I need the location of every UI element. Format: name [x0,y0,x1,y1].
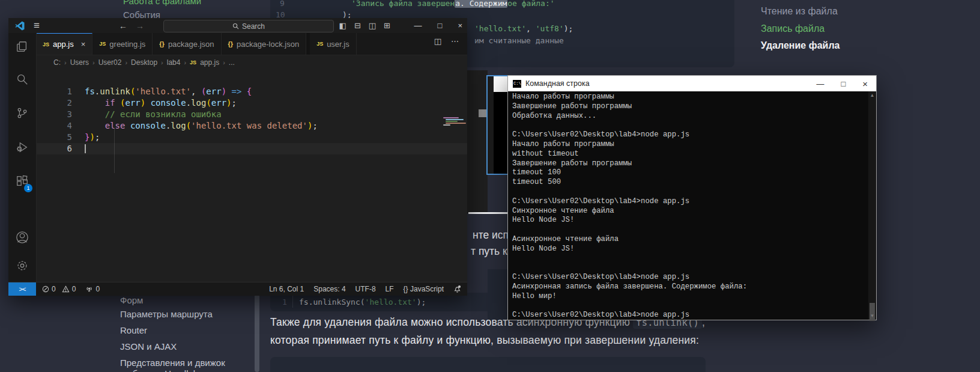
search-sidebar-icon[interactable] [8,70,36,88]
settings-gear-icon[interactable] [8,257,36,275]
text-fragment: т путь к [471,245,507,258]
indentation[interactable]: Spaces: 4 [313,285,345,293]
tab-close-icon[interactable]: × [81,40,86,49]
layout-icon[interactable]: ◫ [369,21,376,30]
sidebar-item-6[interactable]: шаблонов Handlebars [120,368,211,372]
search-placeholder: Search [242,22,265,31]
sidebar-scrollbar[interactable] [255,293,259,372]
cmd-title: Командная строка [525,79,590,88]
remote-indicator[interactable]: >< [8,282,36,296]
tab-package.json[interactable]: {}package.json [153,33,221,55]
breadcrumb[interactable]: C:›Users›User02›Desktop›lab4›JSapp.js›..… [53,56,235,69]
ports-indicator[interactable]: 0 [85,285,100,293]
tab-package-lock.json[interactable]: {}package-lock.json [222,33,307,55]
cmd-icon: C:\ [513,80,521,88]
code-block-bottom [270,357,706,372]
code-line-2[interactable]: 2 if (err) console.log(err); [36,97,467,109]
cmd-window-controls: — □ × [816,79,868,89]
code-line-3[interactable]: 3 // если возникла ошибка [36,109,467,120]
code-line-4[interactable]: 4 else console.log('hello.txt was delete… [36,120,467,132]
extensions-icon[interactable]: 1 [8,172,36,191]
code-text: if (err) console.log(err); [85,97,237,109]
tab-label: package.json [168,40,214,49]
toc-item-3[interactable]: Удаление файла [761,40,840,51]
maximize-button[interactable]: □ [841,79,845,88]
back-arrow-icon[interactable]: ← [119,21,127,31]
code-line-6[interactable]: 6 [36,143,467,154]
breadcrumb-item[interactable]: app.js [200,58,219,67]
tab-label: package-lock.json [237,40,299,49]
code-line: fs.unlinkSync('hello.txt'); [299,297,426,306]
tab-greeting.js[interactable]: JSgreeting.js [92,33,153,55]
file-type-icon: JS [316,41,323,47]
embedded-terminal-image [486,75,510,175]
explorer-icon[interactable] [8,38,36,56]
breadcrumb-item[interactable]: Desktop [131,58,157,67]
code-text: }); [85,132,100,143]
breadcrumb-item[interactable]: ... [229,58,235,67]
tab-app.js[interactable]: JSapp.js× [36,33,92,55]
close-button[interactable]: × [458,21,462,30]
encoding[interactable]: UTF-8 [355,285,376,293]
tab-actions: ◫⋯ [434,37,459,46]
code-string: ое файла:' [507,0,554,8]
code-string: 'utf8' [536,24,564,33]
divider-line [468,212,507,214]
error-icon [42,285,49,293]
sidebar-item-5[interactable]: Представления и движок [120,358,225,368]
breadcrumb-item[interactable]: C: [53,58,61,67]
file-type-icon: {} [159,40,165,47]
sidebar-item-3[interactable]: Router [120,325,147,335]
run-debug-icon[interactable] [8,138,36,156]
source-control-icon[interactable] [8,104,36,122]
breadcrumb-item[interactable]: User02 [98,58,122,67]
radio-tower-icon [85,285,93,293]
toc-item-2[interactable]: Запись файла [761,23,824,34]
problems-indicator[interactable]: 0 0 [42,285,76,293]
minimize-button[interactable]: — [816,79,824,88]
layout-icon[interactable]: ◧ [339,21,346,30]
line-number: 5 [50,132,72,143]
braces-icon: {} [404,285,408,293]
breadcrumb-item[interactable]: Users [70,58,89,67]
scroll-down-icon[interactable]: ▼ [868,312,876,320]
toc-item-1[interactable]: Чтение из файла [761,6,838,17]
sidebar-link-work-with-files[interactable]: Работа с файлами [123,0,201,6]
minimize-button[interactable]: — [414,21,422,30]
sidebar-item-1[interactable]: Форм [120,295,143,305]
layout-icon[interactable]: ⊟ [354,21,361,30]
vscode-titlebar[interactable]: ≡ ← → Search ◧⊟◫⊞ —□× [8,18,467,33]
ports-count: 0 [95,285,100,293]
code-string: 'Запись файла завершен [351,0,455,8]
cmd-titlebar[interactable]: C:\ Командная строка — □ × [508,76,876,91]
tab-action-icon[interactable]: ⋯ [451,37,459,46]
language-mode[interactable]: {} JavaScript [404,285,444,293]
close-button[interactable]: × [862,79,868,89]
eol[interactable]: LF [386,285,394,293]
code-line-5[interactable]: 5}); [36,132,467,143]
bell-icon[interactable] [453,285,461,293]
tab-action-icon[interactable]: ◫ [434,37,441,46]
editor[interactable]: 1fs.unlink('hello.txt', (err) => {2 if (… [36,67,467,282]
cmd-scrollbar[interactable]: ▲ ▼ [868,91,876,320]
code-text: fs.unlink('hello.txt', (err) => { [85,86,252,97]
account-icon[interactable] [8,228,36,246]
vscode-logo-icon [14,20,25,31]
line-number: 4 [50,120,72,132]
scrollbar-thumb[interactable] [479,109,486,117]
sidebar-item-2[interactable]: Параметры маршрута [120,309,213,319]
layout-icon[interactable]: ⊞ [384,21,390,30]
sidebar-item-4[interactable]: JSON и AJAX [120,341,177,352]
maximize-button[interactable]: □ [438,21,443,30]
scroll-up-icon[interactable]: ▲ [868,91,876,99]
cmd-output-area[interactable]: Начало работы программы Завершение работ… [508,91,868,320]
cursor-position[interactable]: Ln 6, Col 1 [269,285,304,293]
breadcrumb-item[interactable]: lab4 [167,58,181,67]
line-number: 2 [50,97,72,109]
tab-user.js[interactable]: JSuser.js [310,33,357,55]
menu-icon[interactable]: ≡ [34,20,40,31]
search-box[interactable]: Search [163,20,334,32]
forward-arrow-icon[interactable]: → [136,21,144,31]
line-number: 1 [282,297,287,306]
code-line-1[interactable]: 1fs.unlink('hello.txt', (err) => { [36,86,467,97]
